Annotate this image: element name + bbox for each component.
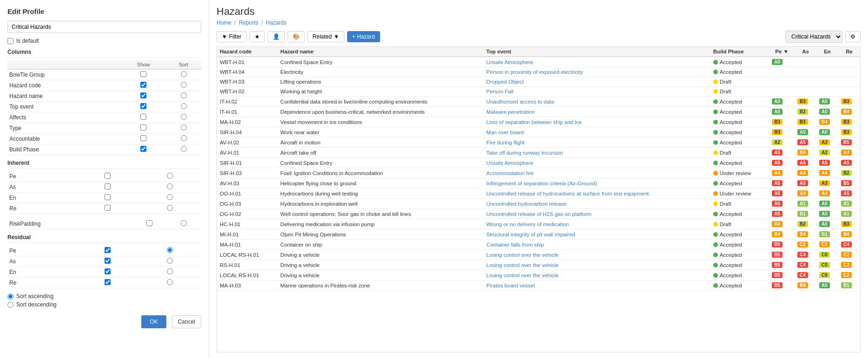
status-dot (713, 273, 718, 278)
sort-ascending-radio[interactable] (7, 293, 13, 299)
risk-badge: B3 (797, 98, 808, 104)
top-event-link[interactable]: Uncontrolled hydrocarbon release (487, 201, 567, 207)
sort-ascending-label[interactable]: Sort ascending (7, 293, 201, 299)
inherent-show-checkbox[interactable] (105, 194, 111, 200)
star-button[interactable]: ★ (250, 31, 265, 42)
column-show-checkbox[interactable] (140, 124, 146, 130)
inherent-sort-radio[interactable] (167, 194, 173, 200)
top-event-link[interactable]: Loss of separation between ship and ice (487, 119, 582, 125)
top-event-link[interactable]: Man over board (487, 130, 524, 135)
top-event-cell: Person in proximity of exposed electrici… (484, 67, 710, 77)
residual-show-checkbox[interactable] (105, 247, 111, 253)
top-event-link[interactable]: Unsafe Atmosphere (487, 160, 533, 166)
top-event-link[interactable]: Accommodation fire (487, 170, 534, 176)
top-event-cell: Man over board (484, 127, 710, 137)
column-show-checkbox[interactable] (140, 82, 146, 88)
column-sort-radio[interactable] (181, 146, 187, 152)
columns-table: Show Sort BowTie Group Hazard code Hazar… (7, 60, 201, 155)
columns-section-label: Columns (7, 49, 201, 58)
top-event-cell: Unsafe Atmosphere (484, 158, 710, 168)
top-event-link[interactable]: Take off during runway incursion (487, 150, 563, 156)
top-event-link[interactable]: Losing control over the vehicle (487, 252, 559, 258)
riskpadding-table: RiskPadding (7, 219, 201, 229)
gear-button[interactable]: ⚙ (845, 31, 861, 42)
filter-button[interactable]: ▼ Filter (217, 31, 247, 42)
sort-descending-label[interactable]: Sort descending (7, 301, 201, 308)
residual-show-checkbox[interactable] (105, 258, 111, 264)
top-event-link[interactable]: Uncontrolled release of hydrocarbons at … (487, 191, 649, 196)
column-sort-radio[interactable] (181, 103, 187, 109)
breadcrumb-reports[interactable]: Reports (239, 20, 258, 26)
add-hazard-button[interactable]: + Hazard (347, 31, 380, 42)
breadcrumb-home[interactable]: Home (217, 20, 231, 26)
is-default-checkbox[interactable] (7, 38, 13, 44)
top-event-link[interactable]: Pirates board vessel (487, 283, 535, 288)
toolbar-right: Critical Hazards ⚙ (785, 31, 861, 43)
residual-show-checkbox[interactable] (105, 268, 111, 274)
column-show-checkbox[interactable] (140, 103, 146, 109)
sort-descending-radio[interactable] (7, 302, 13, 308)
top-event-link[interactable]: Infringement of separation criteria (Air… (487, 181, 597, 186)
th-en[interactable]: En (816, 47, 838, 57)
inherent-sort-radio[interactable] (167, 173, 173, 179)
th-as[interactable]: As (795, 47, 816, 57)
top-event-link[interactable]: Malware penetration (487, 109, 535, 115)
top-event-link[interactable]: Unsafe Atmosphere (487, 59, 533, 65)
riskpadding-sort-radio[interactable] (181, 220, 187, 226)
residual-sort-radio[interactable] (167, 247, 173, 253)
top-event-link[interactable]: Wrong or no delivery of medication (487, 221, 569, 227)
hazard-code: SIR-H.04 (217, 127, 277, 137)
residual-sort-radio[interactable] (167, 258, 173, 264)
top-event-link[interactable]: Unauthorised access to data (487, 99, 554, 104)
profile-name-input[interactable] (7, 21, 201, 33)
build-phase-cell: Accepted (710, 240, 769, 250)
top-event-cell: Container falls from ship (484, 240, 710, 250)
inherent-show-checkbox[interactable] (105, 205, 111, 211)
column-show-checkbox[interactable] (140, 71, 146, 77)
top-event-link[interactable]: Person Fall (487, 89, 513, 94)
status-dot (713, 171, 718, 176)
top-event-link[interactable]: Container falls from ship (487, 242, 544, 247)
column-sort-radio[interactable] (181, 135, 187, 141)
column-sort-radio[interactable] (181, 71, 187, 77)
footer-buttons: OK Cancel (7, 315, 201, 328)
inherent-sort-radio[interactable] (167, 183, 173, 189)
top-event-link[interactable]: Person in proximity of exposed electrici… (487, 69, 583, 75)
badge-cell: A1 (795, 199, 816, 209)
column-show-checkbox[interactable] (140, 146, 146, 152)
residual-show-checkbox[interactable] (105, 279, 111, 285)
inherent-show-checkbox[interactable] (105, 183, 111, 189)
hazard-code: MA-H.01 (217, 240, 277, 250)
top-event-link[interactable]: Structural integrity of pit wall impaire… (487, 232, 575, 237)
related-button[interactable]: Related ▼ (308, 31, 344, 42)
inherent-show-checkbox[interactable] (105, 173, 111, 179)
hazard-name: Confined Space Entry (277, 57, 483, 67)
top-event-link[interactable]: Losing control over the vehicle (487, 273, 559, 278)
breadcrumb-hazards[interactable]: Hazards (266, 20, 287, 26)
person-button[interactable]: 👤 (268, 31, 285, 42)
top-event-link[interactable]: Fire during flight (487, 140, 525, 145)
column-show-checkbox[interactable] (140, 135, 146, 141)
column-sort-radio[interactable] (181, 114, 187, 120)
cancel-button[interactable]: Cancel (172, 315, 201, 328)
column-sort-radio[interactable] (181, 92, 187, 98)
residual-sort-radio[interactable] (167, 279, 173, 285)
column-sort-radio[interactable] (181, 82, 187, 88)
profile-select[interactable]: Critical Hazards (785, 31, 842, 43)
th-re[interactable]: Re (838, 47, 860, 57)
risk-badge: A0 (819, 211, 830, 217)
ok-button[interactable]: OK (141, 315, 166, 328)
th-pe[interactable]: Pe ▼ (769, 47, 795, 57)
color-button[interactable]: 🎨 (288, 31, 305, 42)
top-event-link[interactable]: Dropped Object (487, 79, 524, 85)
residual-sort-radio[interactable] (167, 268, 173, 274)
top-event-link[interactable]: Uncontrolled release of H2S gas on platf… (487, 211, 592, 217)
inherent-sort-radio[interactable] (167, 205, 173, 211)
top-event-link[interactable]: Losing control over the vehicle (487, 262, 559, 268)
build-phase-label: Draft (720, 150, 731, 156)
column-show-checkbox[interactable] (140, 92, 146, 98)
column-show-checkbox[interactable] (140, 114, 146, 120)
column-sort-radio[interactable] (181, 124, 187, 130)
build-phase-label: Accepted (720, 69, 742, 75)
riskpadding-show-checkbox[interactable] (146, 220, 152, 226)
